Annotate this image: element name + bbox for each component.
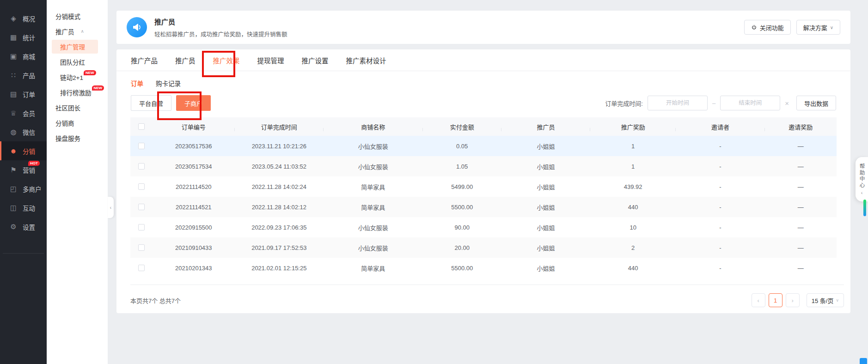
submenu-item-distributor[interactable]: 分销商: [47, 115, 108, 130]
subtab-card-purchase[interactable]: 购卡记录: [156, 79, 181, 88]
submenu-item-distribution-mode[interactable]: 分销模式: [47, 8, 108, 24]
submenu-item-label: 操盘服务: [55, 133, 80, 143]
table-cell: 2021.09.17 17:52:53: [235, 244, 324, 251]
table-cell: 简单家具: [324, 182, 423, 191]
power-icon: [751, 24, 757, 30]
column-header: 商铺名称: [324, 122, 423, 131]
row-checkbox[interactable]: [138, 224, 145, 231]
sidebar-item-wechat[interactable]: ◍微信: [0, 122, 47, 141]
start-date-input[interactable]: [648, 96, 708, 110]
sidebar-item-interaction[interactable]: ◫互动: [0, 198, 47, 217]
help-center-tab[interactable]: 帮助中心 ‹: [856, 157, 868, 201]
clear-date-icon[interactable]: ×: [785, 99, 789, 107]
submenu-item-ranking-incentive[interactable]: 排行榜激励NEW: [47, 85, 108, 100]
table-cell: 90.00: [423, 224, 501, 231]
sidebar-item-mall[interactable]: ▣商城: [0, 47, 47, 66]
table-cell: 1: [590, 143, 676, 150]
row-checkbox[interactable]: [138, 163, 145, 170]
table-cell: 2023.05.24 11:03:52: [235, 163, 324, 170]
table-cell: 20221114521: [153, 204, 235, 211]
chevron-up-icon: ∧: [81, 29, 84, 34]
sidebar-item-overview[interactable]: ◈概况: [0, 9, 47, 28]
tab-promoters[interactable]: 推广员: [175, 55, 196, 65]
solution-button[interactable]: 解决方案 ∨: [796, 20, 840, 35]
table-cell: -: [676, 224, 764, 231]
new-badge: NEW: [84, 70, 96, 75]
chevron-left-icon: ‹: [110, 205, 111, 210]
export-data-button[interactable]: 导出数据: [796, 96, 836, 110]
table-cell: 5500.00: [423, 265, 501, 272]
sidebar-item-distribution[interactable]: ☻分销: [0, 141, 47, 160]
annotation-box-promo-effect-tab: [202, 51, 235, 77]
row-checkbox[interactable]: [138, 265, 145, 271]
submenu-item-chain-2plus1[interactable]: 链动2+1NEW: [47, 69, 108, 85]
subtab-orders[interactable]: 订单: [131, 79, 143, 88]
sidebar-item-multi-merchant[interactable]: ◰多商户: [0, 179, 47, 198]
sidebar-item-marketing[interactable]: ⚑营销HOT: [0, 160, 47, 179]
records-summary: 本页共7个 总共7个: [130, 296, 181, 305]
table-row: 202211145202022.11.28 14:02:24简单家具5499.0…: [130, 176, 837, 197]
table-row: 202209155002022.09.23 17:06:35小仙女服装90.00…: [130, 217, 837, 237]
select-all-checkbox[interactable]: [138, 123, 145, 130]
sidebar-item-settings[interactable]: ⚙设置: [0, 217, 47, 236]
floating-corner-widget[interactable]: [860, 358, 867, 364]
table-cell: 440: [590, 204, 676, 211]
row-checkbox[interactable]: [138, 204, 145, 210]
table-cell: 简单家具: [324, 264, 423, 273]
column-header: 邀请者: [676, 122, 764, 131]
sidebar-collapse-handle[interactable]: ‹: [108, 197, 114, 218]
filter-row: 平台自营子商户 订单完成时间: – × 导出数据: [116, 91, 850, 115]
tab-promo-settings[interactable]: 推广设置: [302, 55, 329, 65]
scroll-indicator-bar[interactable]: [863, 200, 866, 216]
page-title: 推广员: [154, 17, 744, 26]
sidebar-item-products[interactable]: ∷产品: [0, 66, 47, 85]
submenu-item-team-dividend[interactable]: 团队分红: [47, 54, 108, 69]
table-cell: -: [676, 163, 764, 170]
sidebar-item-label: 多商户: [23, 184, 42, 194]
sidebar-item-orders[interactable]: ▤订单: [0, 85, 47, 103]
table-cell: 小姐姐: [501, 243, 590, 252]
row-checkbox[interactable]: [138, 183, 145, 190]
table-cell: 小仙女服装: [324, 243, 423, 252]
sidebar-item-label: 设置: [23, 222, 35, 231]
sidebar-item-label: 订单: [23, 90, 35, 99]
table-cell: 1.05: [423, 163, 501, 170]
sidebar-item-label: 分销: [23, 146, 35, 156]
sidebar-item-members[interactable]: ♕会员: [0, 103, 47, 122]
current-page-button[interactable]: 1: [769, 293, 782, 307]
table-cell: 小姐姐: [501, 142, 590, 151]
people-icon: ☻: [9, 147, 18, 155]
table-cell: 小姐姐: [501, 264, 590, 273]
table-cell: 小姐姐: [501, 182, 590, 191]
table-cell: -: [676, 244, 764, 251]
close-feature-button[interactable]: 关闭功能: [744, 20, 791, 35]
prev-page-button[interactable]: ‹: [752, 293, 765, 307]
next-page-button[interactable]: ›: [786, 293, 800, 307]
table-cell: 20220915500: [153, 224, 235, 231]
layers-icon: ◈: [9, 14, 18, 23]
table-cell: 5500.00: [423, 204, 501, 211]
submenu-item-operation-service[interactable]: 操盘服务: [47, 130, 108, 146]
submenu-item-community-leader[interactable]: 社区团长: [47, 100, 108, 115]
hot-badge: HOT: [28, 161, 40, 166]
row-checkbox[interactable]: [138, 244, 145, 251]
column-header: 推广员: [501, 122, 590, 131]
end-date-input[interactable]: [720, 96, 780, 110]
tab-promo-material[interactable]: 推广素材设计: [346, 55, 386, 65]
tab-withdrawal[interactable]: 提现管理: [257, 55, 284, 65]
feature-titles: 推广员 轻松招募推广员，成功推广给奖励，快速提升销售额: [154, 17, 744, 38]
submenu-item-promotion-management[interactable]: 推广管理: [47, 39, 108, 54]
row-checkbox-cell: [130, 204, 153, 210]
per-page-select[interactable]: 15 条/页 ∨: [807, 293, 844, 307]
column-header: 邀请奖励: [765, 122, 837, 131]
flag-icon: ⚑: [9, 166, 18, 174]
table-cell: 小仙女服装: [324, 223, 423, 232]
submenu-item-promoter[interactable]: 推广员∧: [47, 24, 108, 39]
tab-promo-products[interactable]: 推广产品: [131, 55, 158, 65]
sidebar-item-stats[interactable]: ▦统计: [0, 28, 47, 47]
row-checkbox[interactable]: [138, 143, 145, 149]
row-checkbox-cell: [130, 244, 153, 251]
table-cell: 2021.02.01 12:15:25: [235, 265, 324, 272]
help-center-label: 帮助中心: [858, 164, 866, 188]
chevron-down-icon: ∨: [830, 25, 833, 30]
